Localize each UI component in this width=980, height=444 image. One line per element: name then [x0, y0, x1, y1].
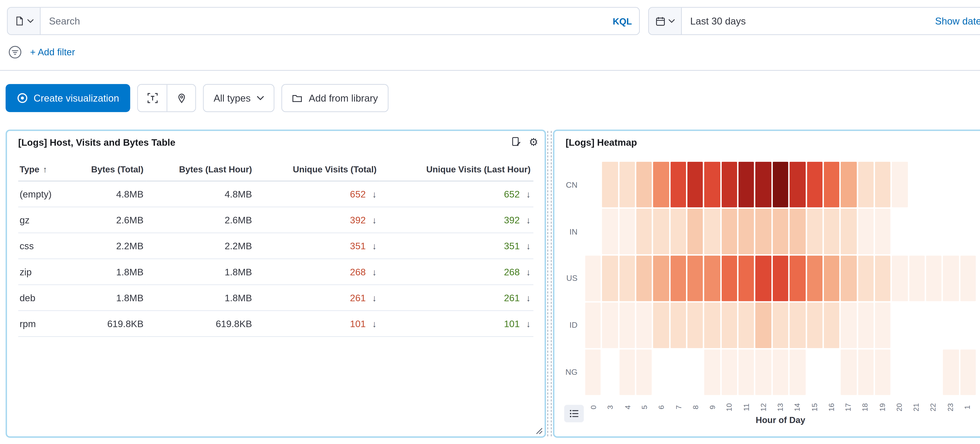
- column-header[interactable]: Unique Visits (Total): [255, 158, 379, 181]
- heatmap-cell[interactable]: [705, 350, 720, 395]
- heatmap-cell[interactable]: [858, 162, 873, 207]
- heatmap-cell[interactable]: [756, 256, 771, 301]
- heatmap-cell[interactable]: [892, 162, 908, 207]
- heatmap-cell[interactable]: [619, 256, 635, 301]
- heatmap-cell[interactable]: [636, 209, 652, 254]
- heatmap-cell[interactable]: [619, 162, 635, 207]
- panel-divider[interactable]: [547, 131, 548, 436]
- heatmap-cell[interactable]: [790, 256, 805, 301]
- heatmap-cell[interactable]: [585, 350, 601, 395]
- heatmap-cell[interactable]: [773, 162, 788, 207]
- heatmap-cell[interactable]: [756, 350, 771, 395]
- heatmap-cell[interactable]: [875, 256, 891, 301]
- heatmap-cell[interactable]: [926, 256, 942, 301]
- heatmap-cell[interactable]: [756, 162, 771, 207]
- filter-icon[interactable]: [8, 45, 22, 59]
- add-filter-button[interactable]: + Add filter: [30, 46, 75, 57]
- heatmap-cell[interactable]: [858, 303, 873, 348]
- heatmap-cell[interactable]: [670, 303, 686, 348]
- heatmap-cell[interactable]: [602, 303, 618, 348]
- add-text-button[interactable]: [138, 85, 167, 112]
- heatmap-cell[interactable]: [824, 209, 840, 254]
- heatmap-cell[interactable]: [705, 209, 720, 254]
- panel-divider[interactable]: [551, 131, 552, 436]
- create-visualization-button[interactable]: Create visualization: [6, 84, 130, 112]
- legend-toggle-button[interactable]: [564, 405, 584, 422]
- heatmap-cell[interactable]: [858, 350, 873, 395]
- heatmap-cell[interactable]: [756, 209, 771, 254]
- heatmap-cell[interactable]: [943, 256, 959, 301]
- heatmap-cell[interactable]: [773, 209, 788, 254]
- heatmap-cell[interactable]: [670, 256, 686, 301]
- heatmap-cell[interactable]: [790, 350, 805, 395]
- heatmap-cell[interactable]: [841, 209, 856, 254]
- heatmap-cell[interactable]: [585, 303, 601, 348]
- heatmap-cell[interactable]: [670, 209, 686, 254]
- saved-query-menu-button[interactable]: [8, 8, 41, 34]
- resize-handle[interactable]: [535, 426, 542, 434]
- heatmap-cell[interactable]: [738, 162, 754, 207]
- heatmap-cell[interactable]: [721, 350, 737, 395]
- heatmap-cell[interactable]: [721, 162, 737, 207]
- time-range-button[interactable]: Last 30 days: [682, 8, 925, 34]
- heatmap-cell[interactable]: [841, 256, 856, 301]
- column-header[interactable]: Type↑: [18, 158, 77, 181]
- heatmap-cell[interactable]: [738, 303, 754, 348]
- heatmap-cell[interactable]: [721, 256, 737, 301]
- gear-icon[interactable]: ⚙: [529, 136, 538, 147]
- heatmap-cell[interactable]: [705, 303, 720, 348]
- heatmap-cell[interactable]: [636, 350, 652, 395]
- heatmap-cell[interactable]: [790, 162, 805, 207]
- heatmap-cell[interactable]: [705, 256, 720, 301]
- heatmap-cell[interactable]: [773, 256, 788, 301]
- heatmap-cell[interactable]: [687, 256, 703, 301]
- column-header[interactable]: Bytes (Total): [77, 158, 146, 181]
- heatmap-cell[interactable]: [960, 256, 976, 301]
- column-header[interactable]: Bytes (Last Hour): [146, 158, 255, 181]
- heatmap-cell[interactable]: [670, 162, 686, 207]
- heatmap-cell[interactable]: [602, 256, 618, 301]
- heatmap-cell[interactable]: [875, 162, 891, 207]
- heatmap-cell[interactable]: [807, 209, 822, 254]
- all-types-dropdown[interactable]: All types: [203, 84, 274, 112]
- heatmap-cell[interactable]: [636, 162, 652, 207]
- query-language-kql-button[interactable]: KQL: [605, 8, 639, 34]
- heatmap-cell[interactable]: [738, 256, 754, 301]
- heatmap-cell[interactable]: [858, 209, 873, 254]
- heatmap-cell[interactable]: [909, 256, 925, 301]
- edit-visualization-icon[interactable]: [511, 136, 521, 147]
- heatmap-cell[interactable]: [654, 209, 669, 254]
- heatmap-cell[interactable]: [654, 303, 669, 348]
- heatmap-cell[interactable]: [619, 209, 635, 254]
- heatmap-cell[interactable]: [807, 303, 822, 348]
- heatmap-cell[interactable]: [841, 162, 856, 207]
- add-from-library-button[interactable]: Add from library: [282, 84, 388, 112]
- heatmap-cell[interactable]: [636, 256, 652, 301]
- heatmap-cell[interactable]: [636, 303, 652, 348]
- heatmap-cell[interactable]: [721, 303, 737, 348]
- heatmap-cell[interactable]: [858, 256, 873, 301]
- heatmap-cell[interactable]: [807, 256, 822, 301]
- heatmap-cell[interactable]: [705, 162, 720, 207]
- heatmap-cell[interactable]: [756, 303, 771, 348]
- heatmap-cell[interactable]: [687, 209, 703, 254]
- heatmap-cell[interactable]: [807, 162, 822, 207]
- heatmap-cell[interactable]: [602, 209, 618, 254]
- heatmap-cell[interactable]: [824, 256, 840, 301]
- heatmap-cell[interactable]: [960, 350, 976, 395]
- heatmap-cell[interactable]: [602, 162, 618, 207]
- heatmap-cell[interactable]: [892, 256, 908, 301]
- heatmap-cell[interactable]: [687, 162, 703, 207]
- heatmap-cell[interactable]: [738, 350, 754, 395]
- heatmap-cell[interactable]: [824, 162, 840, 207]
- show-dates-button[interactable]: Show dates: [925, 8, 980, 34]
- heatmap-cell[interactable]: [875, 303, 891, 348]
- heatmap-cell[interactable]: [943, 350, 959, 395]
- heatmap-cell[interactable]: [790, 303, 805, 348]
- heatmap-cell[interactable]: [654, 162, 669, 207]
- add-map-button[interactable]: [167, 85, 196, 112]
- heatmap-cell[interactable]: [585, 256, 601, 301]
- heatmap-cell[interactable]: [773, 350, 788, 395]
- column-header[interactable]: Unique Visits (Last Hour): [379, 158, 533, 181]
- heatmap-cell[interactable]: [790, 209, 805, 254]
